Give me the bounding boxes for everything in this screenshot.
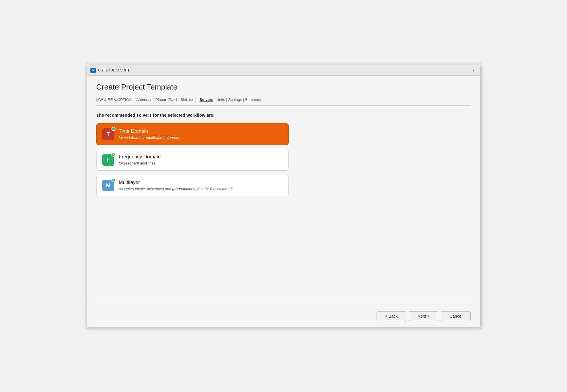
solver-icon-time-domain: T (102, 128, 114, 140)
solver-name-multilayer: Multilayer (119, 180, 283, 186)
breadcrumb-item-planar: Planar (Patch, Slot, etc.) (155, 97, 197, 102)
title-bar-title: CST STUDIO SUITE (98, 68, 130, 72)
solver-icon-badge-multi (111, 178, 116, 182)
solver-name-time-domain: Time Domain (119, 128, 283, 134)
solver-name-frequency-domain: Frequency Domain (119, 154, 283, 160)
solver-icon-letter-t: T (107, 131, 110, 137)
solver-info-frequency-domain: Frequency Domain for resonant antennas (119, 154, 283, 165)
breadcrumb-sep-4: | (214, 97, 216, 102)
solver-desc-multilayer: assumes infinite dielectrics and groundp… (119, 187, 283, 191)
solver-card-time-domain[interactable]: T Time Domain for wideband or multiband … (96, 123, 289, 145)
cancel-button[interactable]: Cancel (441, 311, 471, 321)
next-button[interactable]: Next > (409, 311, 438, 321)
breadcrumb: MW & RF & OPTICAL | Antennas | Planar (P… (96, 97, 471, 106)
breadcrumb-item-solvers[interactable]: Solvers (200, 97, 213, 102)
solver-card-multilayer[interactable]: M Multilayer assumes infinite dielectric… (96, 175, 289, 196)
solver-icon-letter-f: F (107, 157, 110, 163)
close-button[interactable]: × (470, 67, 477, 74)
title-bar-left: 5 CST STUDIO SUITE (90, 68, 130, 73)
breadcrumb-item-units[interactable]: Units (216, 97, 225, 102)
solver-icon-letter-m: M (106, 183, 111, 189)
breadcrumb-item-mwrf: MW & RF & OPTICAL (96, 97, 133, 102)
breadcrumb-item-summary[interactable]: Summary (245, 97, 261, 102)
breadcrumb-item-settings[interactable]: Settings (228, 97, 242, 102)
main-window: 5 CST STUDIO SUITE × Create Project Temp… (87, 65, 480, 327)
section-heading: The recommended solvers for the selected… (96, 113, 471, 118)
solver-list: T Time Domain for wideband or multiband … (96, 123, 289, 196)
solver-icon-frequency-domain: F (102, 154, 114, 166)
solver-card-frequency-domain[interactable]: F Frequency Domain for resonant antennas (96, 149, 289, 171)
main-content: Create Project Template MW & RF & OPTICA… (87, 76, 480, 305)
solver-icon-badge-freq (111, 153, 116, 157)
solver-info-multilayer: Multilayer assumes infinite dielectrics … (119, 180, 283, 191)
breadcrumb-sep-6: | (243, 97, 245, 102)
breadcrumb-item-antennas: Antennas (136, 97, 152, 102)
solver-icon-multilayer: M (102, 180, 114, 191)
page-title: Create Project Template (96, 83, 471, 92)
solver-icon-badge-time (111, 127, 116, 131)
solver-desc-time-domain: for wideband or multiband antennas (119, 135, 283, 140)
back-button[interactable]: < Back (377, 311, 406, 321)
title-bar: 5 CST STUDIO SUITE × (87, 65, 480, 76)
footer: < Back Next > Cancel (87, 305, 480, 327)
solver-desc-frequency-domain: for resonant antennas (119, 161, 283, 165)
breadcrumb-sep-2: | (153, 97, 155, 102)
solver-info-time-domain: Time Domain for wideband or multiband an… (119, 128, 283, 140)
app-icon: 5 (90, 68, 96, 73)
